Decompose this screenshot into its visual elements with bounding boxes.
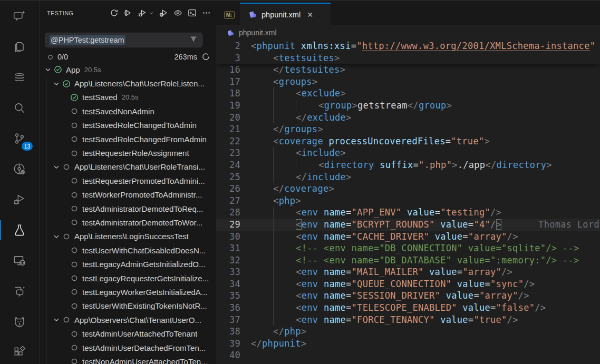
- run-with-coverage-icon[interactable]: [159, 8, 168, 18]
- code-line[interactable]: 38</php>: [216, 326, 600, 338]
- rerun-icon[interactable]: [201, 53, 210, 62]
- code-line[interactable]: 40: [216, 349, 600, 361]
- run-and-debug-icon[interactable]: [7, 187, 32, 212]
- chat-icon[interactable]: [7, 4, 32, 29]
- code-line[interactable]: 21</groups>: [216, 123, 600, 135]
- test-item[interactable]: testLegacyWorkerGetsInitializedA...: [40, 285, 216, 299]
- sticky-scroll[interactable]: 2<phpunit xmlns:xsi="http://www.w3.org/2…: [216, 40, 600, 64]
- chevron-down-icon[interactable]: [149, 8, 154, 18]
- test-label: App\Listeners\Chat\UserRoleTransi...: [74, 162, 205, 171]
- run-all-tests-icon[interactable]: [123, 8, 133, 18]
- code-line[interactable]: 33<env name="MAIL_MAILER" value="array"/…: [216, 266, 600, 278]
- code-line[interactable]: 22<coverage processUncoveredFiles="true"…: [216, 135, 600, 147]
- datadog-icon[interactable]: [7, 309, 32, 335]
- testing-icon[interactable]: [7, 218, 32, 243]
- test-passed-icon: [70, 93, 79, 102]
- chevron-down-icon[interactable]: [44, 65, 54, 74]
- search-icon[interactable]: [7, 95, 32, 121]
- tab-phpunit-xml[interactable]: phpunit.xml ✕: [240, 3, 331, 25]
- close-tab-icon[interactable]: ✕: [307, 11, 313, 19]
- code-line[interactable]: 17<groups>: [216, 76, 600, 88]
- test-item[interactable]: testLegacyRequesterGetsInitialize...: [40, 271, 216, 285]
- test-item[interactable]: App\Listeners\Chat\UserRoleTransi...: [40, 160, 216, 174]
- test-item[interactable]: testSaved20.5s: [40, 91, 216, 104]
- line-number: 21: [216, 123, 240, 135]
- code-line[interactable]: 25</include>: [216, 171, 600, 183]
- code-line[interactable]: 37<env name="FORCE_TENANCY" value="true"…: [216, 314, 600, 326]
- test-item[interactable]: testUserWithExistingTokenIsNotR...: [40, 299, 216, 313]
- tab-bar: M↓ phpunit.xml ✕: [216, 1, 600, 25]
- test-item[interactable]: testLegacyAdminGetsInitializedO...: [40, 257, 216, 271]
- chevron-down-icon[interactable]: [53, 80, 62, 88]
- filter-input[interactable]: @PHPTest:getstream: [45, 33, 202, 47]
- test-item[interactable]: testAdminUserAttachedToTenant: [40, 327, 216, 340]
- code-line[interactable]: 16</testsuites>: [216, 64, 600, 76]
- code-line[interactable]: 35<env name="SESSION_DRIVER" value="arra…: [216, 290, 600, 302]
- test-item[interactable]: testUserWithChatDisabledDoesN...: [40, 243, 216, 257]
- code-line[interactable]: 31<!-- <env name="DB_CONNECTION" value="…: [216, 242, 600, 254]
- code-line[interactable]: 27<php>: [216, 195, 600, 207]
- code-line[interactable]: 26</coverage>: [216, 183, 600, 195]
- test-item[interactable]: testWorkerPromotedToAdministr...: [40, 188, 216, 202]
- test-item[interactable]: App\Listeners\LoginSuccessTest: [40, 230, 216, 243]
- test-item[interactable]: testAdminUserDetachedFromTen...: [40, 341, 216, 355]
- chevron-down-icon[interactable]: [53, 316, 62, 324]
- code-line[interactable]: 39</phpunit>: [216, 338, 600, 350]
- test-label: testUserWithExistingTokenIsNotR...: [82, 301, 207, 310]
- watch-tests-icon[interactable]: [173, 8, 182, 18]
- test-label: testAdministratorDemotedToReq...: [82, 204, 203, 213]
- code-line[interactable]: 24<directory suffix=".php">./app</direct…: [216, 159, 600, 171]
- test-item[interactable]: testRequesterRoleAssignment: [40, 146, 216, 160]
- code-line[interactable]: 32<!-- <env name="DB_DATABASE" value=":m…: [216, 254, 600, 267]
- code-line[interactable]: 19<group>getstream</group>: [216, 100, 600, 112]
- breadcrumb[interactable]: phpunit.xml: [216, 25, 600, 40]
- editor-group: M↓ phpunit.xml ✕ phpunit.xml 2<phpunit x…: [216, 1, 600, 364]
- test-item[interactable]: App\Listeners\Chat\UserRoleListen...: [40, 76, 216, 90]
- database-icon[interactable]: [7, 65, 32, 90]
- test-item[interactable]: testSavedRoleChangedToAdmin: [40, 119, 216, 132]
- test-item[interactable]: testAdministratorDemotedToReq...: [40, 202, 216, 215]
- code-line[interactable]: 36<env name="TELESCOPE_ENABLED" value="f…: [216, 302, 600, 314]
- chevron-down-icon[interactable]: [53, 232, 62, 241]
- chat-multi-icon[interactable]: [7, 279, 32, 304]
- code-line[interactable]: 30<env name="CACHE_DRIVER" value="array"…: [216, 231, 600, 243]
- test-item[interactable]: testAdministratorDemotedToWor...: [40, 215, 216, 229]
- remote-preview-icon[interactable]: [7, 248, 32, 273]
- code-line[interactable]: 3<testsuites>: [216, 52, 600, 64]
- markdown-icon: M↓: [224, 11, 235, 19]
- filter-icon[interactable]: [189, 35, 198, 45]
- code-line[interactable]: 23<include>: [216, 147, 600, 159]
- markdown-pinned-tab[interactable]: M↓: [219, 5, 239, 25]
- terminal-icon[interactable]: [187, 8, 197, 18]
- gitlens-icon[interactable]: [7, 156, 32, 182]
- code-line[interactable]: 20</exclude>: [216, 112, 600, 124]
- git-blame-annotation: Thomas Lord: [538, 219, 599, 230]
- code-line[interactable]: 28<env name="APP_ENV" value="testing"/>: [216, 206, 600, 219]
- code-line[interactable]: 34<env name="QUEUE_CONNECTION" value="sy…: [216, 278, 600, 290]
- extensions-icon[interactable]: [7, 340, 32, 364]
- code-line[interactable]: 29<env name="BCRYPT_ROUNDS" value="4"/>T…: [216, 219, 600, 231]
- test-unrun-icon: [70, 288, 79, 296]
- more-actions-icon[interactable]: [201, 8, 211, 18]
- code-line[interactable]: 2<phpunit xmlns:xsi="http://www.w3.org/2…: [216, 40, 600, 52]
- code-line[interactable]: 18<exclude>: [216, 87, 600, 100]
- test-item[interactable]: testRequesterPromotedToAdmini...: [40, 174, 216, 188]
- code-area[interactable]: 16</testsuites>17<groups>18<exclude>19<g…: [216, 64, 600, 364]
- test-label: testNonAdminUserAttachedToTen...: [82, 357, 208, 364]
- test-item[interactable]: App\Observers\Chat\TenantUserO...: [40, 313, 216, 327]
- source-control-icon[interactable]: 13: [7, 126, 32, 151]
- line-number: 38: [216, 326, 240, 338]
- panel-title: TESTING: [47, 10, 73, 16]
- refresh-tests-icon[interactable]: [109, 8, 119, 18]
- line-number: 2: [216, 40, 240, 52]
- line-number: 36: [216, 302, 240, 314]
- debug-all-tests-icon[interactable]: [138, 8, 147, 18]
- test-item[interactable]: testSavedRoleChangedFromAdmin: [40, 132, 216, 146]
- test-item[interactable]: testNonAdminUserAttachedToTen...: [40, 355, 216, 364]
- chevron-down-icon[interactable]: [53, 163, 62, 171]
- test-item[interactable]: App20.5s: [40, 63, 216, 76]
- explorer-icon[interactable]: [7, 34, 32, 60]
- test-item[interactable]: testSavedNonAdmin: [40, 104, 216, 118]
- test-label: App: [66, 65, 80, 74]
- line-number: 27: [216, 195, 240, 207]
